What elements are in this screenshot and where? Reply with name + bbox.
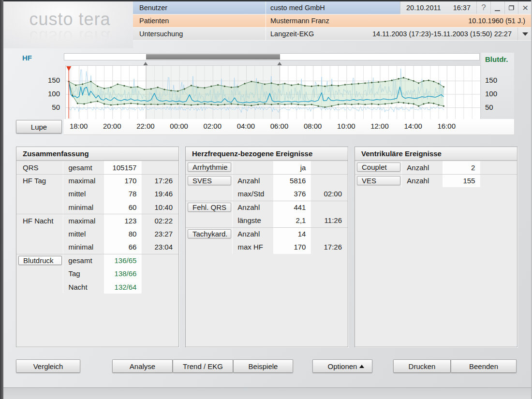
row-label: QRS: [16, 161, 63, 174]
row-value: 5816: [273, 175, 311, 188]
optionen-button[interactable]: Optionen: [312, 359, 372, 373]
lupe-button[interactable]: Lupe: [16, 120, 62, 133]
row-sublabel: max/Std: [232, 187, 273, 201]
beenden-button[interactable]: Beenden: [451, 359, 517, 373]
row-time: [310, 161, 348, 174]
sves-button[interactable]: SVES: [188, 176, 231, 185]
help-button[interactable]: ?: [476, 1, 490, 14]
row-button-cell: Arrhythmie: [186, 161, 232, 174]
table-row: längste2,111:26: [186, 214, 348, 227]
minimize-button[interactable]: [490, 1, 504, 14]
hf-events-panel: Herzfrequenz-bezogene Ereignisse Arrhyth…: [185, 147, 348, 347]
blutdruck-button[interactable]: Blutdruck: [18, 256, 62, 265]
table-row: VESAnzahl155: [355, 174, 517, 188]
row-time: [141, 161, 178, 174]
row-time: [310, 175, 348, 188]
x-tick-label: 04:00: [230, 122, 261, 130]
row-time: [310, 201, 348, 214]
table-row: max/Std37602:00: [186, 187, 348, 201]
row-value: 376: [273, 187, 311, 201]
hf-trend-svg[interactable]: [66, 66, 480, 119]
x-tick-label: 10:00: [331, 122, 362, 130]
row-label: [16, 267, 63, 281]
window-frame-left: [0, 0, 3, 399]
row-sublabel: max HF: [232, 240, 273, 254]
row-label: [16, 240, 63, 254]
row-sublabel: mittel: [63, 187, 103, 201]
row-value: 132/64: [104, 281, 142, 294]
table-row: max HF17017:26: [186, 240, 348, 254]
app-logo-reflection: custo tera: [18, 27, 122, 47]
restore-button[interactable]: [504, 1, 518, 14]
row-sublabel: minimal: [63, 201, 103, 214]
row-time: 17:26: [141, 175, 178, 188]
row-value: 441: [273, 201, 311, 214]
time-range-slider[interactable]: [64, 53, 480, 60]
row-button-cell: SVES: [186, 175, 232, 188]
restore-icon: [509, 5, 514, 10]
fehl-qrs-button[interactable]: Fehl. QRS: [188, 203, 231, 212]
row-button-cell: VES: [355, 175, 401, 188]
row-sublabel: mittel: [63, 227, 103, 241]
y-tick-label-left: 100: [28, 89, 60, 98]
close-button[interactable]: ×: [518, 1, 532, 14]
vergleich-button[interactable]: Vergleich: [16, 359, 80, 373]
exam-dropdown-button[interactable]: [517, 28, 532, 40]
table-row: Blutdruckgesamt136/65: [16, 254, 178, 267]
row-sublabel: maximal: [63, 214, 103, 227]
chevron-down-icon: [522, 32, 528, 36]
row-value: 105157: [104, 161, 142, 174]
row-value: 66: [104, 240, 142, 254]
beispiele-button[interactable]: Beispiele: [233, 359, 293, 373]
table-row: minimal6623:04: [16, 240, 178, 254]
y-tick-label-right: 100: [485, 89, 509, 98]
row-button-cell: Fehl. QRS: [186, 201, 232, 214]
row-time: 11:26: [310, 214, 348, 227]
row-time: 19:46: [141, 187, 178, 201]
row-label: [16, 187, 63, 201]
row-value: 138/66: [104, 267, 142, 281]
row-time: 23:27: [141, 227, 178, 241]
row-label: [16, 227, 63, 241]
y-tick-label-right: 150: [485, 76, 509, 84]
table-row: minimal6010:40: [16, 201, 178, 214]
cursor-flag-icon: [66, 66, 71, 71]
table-row: HF Nachtmaximal12302:22: [16, 214, 178, 227]
row-value: 170: [273, 240, 311, 254]
tachykard-button[interactable]: Tachykard.: [188, 229, 231, 238]
row-time: 23:04: [141, 240, 178, 254]
hf-events-panel-title: Herzfrequenz-bezogene Ereignisse: [186, 147, 348, 161]
arrhythmie-button[interactable]: Arrhythmie: [188, 163, 231, 172]
header-row-exam[interactable]: Untersuchung Langzeit-EKG 14.11.2003 (17…: [133, 28, 532, 41]
row-value: 155: [443, 175, 480, 188]
ves-button[interactable]: VES: [357, 176, 400, 185]
user-row-label: Benutzer: [133, 1, 266, 14]
footer-strip: [0, 388, 532, 399]
row-time: 17:26: [310, 240, 348, 254]
drucken-button[interactable]: Drucken: [393, 359, 451, 373]
hf-trend-plot[interactable]: [65, 65, 481, 119]
row-sublabel: gesamt: [63, 161, 103, 174]
couplet-button[interactable]: Couplet: [357, 163, 400, 172]
row-value: 80: [104, 227, 142, 241]
chevron-up-icon: [359, 365, 364, 368]
row-sublabel: maximal: [63, 175, 103, 188]
table-row: Tachykard.Anzahl14: [186, 227, 348, 241]
patient-row-label: Patienten: [133, 15, 266, 27]
row-sublabel: Tag: [63, 267, 103, 281]
x-tick-label: 06:00: [264, 122, 295, 130]
x-tick-label: 22:00: [130, 122, 161, 130]
table-row: Fehl. QRSAnzahl441: [186, 201, 348, 214]
header-row-patient[interactable]: Patienten Mustermann Franz 10.10.1960 (5…: [133, 15, 532, 28]
row-sublabel: Anzahl: [401, 175, 443, 188]
row-sublabel: gesamt: [63, 254, 104, 267]
row-time: 02:22: [141, 214, 178, 227]
analyse-button[interactable]: Analyse: [112, 359, 173, 373]
table-row: SVESAnzahl5816: [186, 174, 348, 188]
trend-ekg-button[interactable]: Trend / EKG: [173, 359, 233, 373]
row-value: 14: [273, 228, 311, 241]
x-tick-label: 14:00: [398, 122, 429, 130]
ventricular-events-panel-title: Ventrikuläre Ereignisse: [355, 147, 517, 161]
night-range-segment[interactable]: [146, 54, 280, 59]
table-row: CoupletAnzahl2: [355, 161, 517, 174]
